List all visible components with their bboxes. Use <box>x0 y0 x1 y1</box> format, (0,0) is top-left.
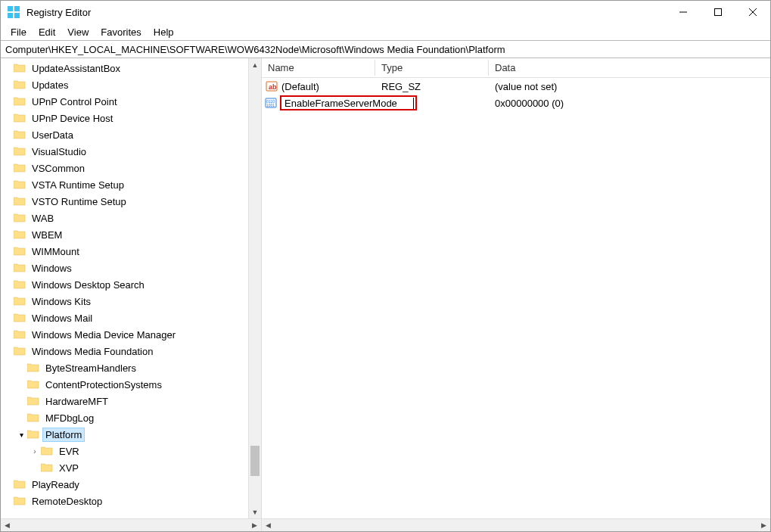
tree-item-label: HardwareMFT <box>43 395 110 408</box>
tree-item[interactable]: Updates <box>1 76 261 93</box>
tree-item-label: UpdateAssistantBox <box>30 62 123 75</box>
tree-item[interactable]: ▾Platform <box>1 426 261 443</box>
value-name-edit[interactable] <box>280 95 417 110</box>
tree-item[interactable]: Windows <box>1 260 261 276</box>
menubar: File Edit View Favorites Help <box>1 23 770 40</box>
string-value-icon: ab <box>265 79 278 93</box>
svg-rect-5 <box>715 9 722 16</box>
menu-favorites[interactable]: Favorites <box>95 26 146 39</box>
col-type[interactable]: Type <box>375 60 489 76</box>
value-rows: ab (Default) REG_SZ (value not set) 0110… <box>262 78 770 518</box>
address-text: Computer\HKEY_LOCAL_MACHINE\SOFTWARE\WOW… <box>5 44 505 55</box>
tree-item[interactable]: UserData <box>1 126 261 143</box>
folder-icon <box>13 179 26 190</box>
tree-item[interactable]: VisualStudio <box>1 143 261 160</box>
tree-item[interactable]: VSTA Runtime Setup <box>1 176 261 193</box>
folder-icon <box>13 263 26 273</box>
menu-help[interactable]: Help <box>148 26 179 39</box>
scroll-thumb[interactable] <box>250 446 260 476</box>
expander-icon[interactable]: ▾ <box>16 431 26 439</box>
folder-icon <box>26 396 40 406</box>
tree-item[interactable]: VSTO Runtime Setup <box>1 193 261 210</box>
tree-item-label: Windows Kits <box>30 295 93 308</box>
value-list-pane: Name Type Data ab (Default) REG_SZ (valu… <box>262 58 770 531</box>
tree-item[interactable]: WAB <box>1 210 261 226</box>
tree-item[interactable]: PlayReady <box>1 476 261 493</box>
menu-view[interactable]: View <box>62 26 94 39</box>
svg-rect-3 <box>14 13 20 18</box>
scroll-right-icon[interactable]: ▶ <box>757 519 770 531</box>
tree-item-label: PlayReady <box>30 478 82 491</box>
folder-icon <box>13 146 26 157</box>
tree-item-label: WIMMount <box>30 245 82 258</box>
tree-item-label: Windows Desktop Search <box>30 278 147 291</box>
tree-item[interactable]: Windows Media Foundation <box>1 343 261 359</box>
folder-icon <box>13 346 26 356</box>
folder-icon <box>13 79 26 90</box>
col-name[interactable]: Name <box>262 60 375 76</box>
col-data[interactable]: Data <box>489 60 770 76</box>
tree-vertical-scrollbar[interactable]: ▲ ▼ <box>248 58 261 518</box>
tree-item[interactable]: Windows Kits <box>1 293 261 310</box>
minimize-button[interactable] <box>666 1 701 23</box>
tree-item-label: ContentProtectionSystems <box>43 378 164 391</box>
scroll-down-icon[interactable]: ▼ <box>249 506 261 518</box>
value-name-input[interactable] <box>283 97 413 110</box>
folder-icon <box>13 496 26 506</box>
value-row[interactable]: ab (Default) REG_SZ (value not set) <box>262 78 770 95</box>
tree-item[interactable]: XVP <box>1 459 261 476</box>
tree-horizontal-scrollbar[interactable]: ◀ ▶ <box>1 518 261 531</box>
tree-item[interactable]: HardwareMFT <box>1 393 261 409</box>
tree-item[interactable]: Windows Desktop Search <box>1 276 261 293</box>
tree-item[interactable]: ContentProtectionSystems <box>1 376 261 393</box>
expander-icon[interactable]: › <box>30 447 40 456</box>
values-horizontal-scrollbar[interactable]: ◀ ▶ <box>262 518 770 531</box>
tree-item[interactable]: WIMMount <box>1 243 261 260</box>
tree-item[interactable]: ByteStreamHandlers <box>1 359 261 376</box>
tree-item[interactable]: Windows Media Device Manager <box>1 326 261 343</box>
tree-item[interactable]: UPnP Device Host <box>1 110 261 126</box>
tree-item[interactable]: UpdateAssistantBox <box>1 60 261 76</box>
tree-item-label: UPnP Control Point <box>30 95 120 108</box>
svg-text:ab: ab <box>269 83 277 91</box>
tree-item-label: Updates <box>30 79 70 92</box>
tree-item[interactable]: ›EVR <box>1 443 261 459</box>
svg-rect-2 <box>8 13 13 18</box>
scroll-left-icon[interactable]: ◀ <box>262 519 275 531</box>
tree-item-label: UserData <box>30 129 76 142</box>
value-name: (Default) <box>281 81 319 92</box>
tree-item-label: RemoteDesktop <box>30 495 104 508</box>
scroll-up-icon[interactable]: ▲ <box>249 58 261 71</box>
folder-icon <box>26 379 40 390</box>
folder-icon <box>13 313 26 323</box>
address-bar[interactable]: Computer\HKEY_LOCAL_MACHINE\SOFTWARE\WOW… <box>1 40 770 58</box>
window-controls <box>666 1 770 23</box>
app-icon <box>7 5 20 19</box>
tree-item-label: EVR <box>57 445 82 458</box>
svg-text:1001: 1001 <box>266 103 275 107</box>
tree-item[interactable]: MFDbgLog <box>1 409 261 426</box>
tree-item-label: WAB <box>30 212 56 225</box>
tree-item[interactable]: WBEM <box>1 226 261 243</box>
tree-item-label: UPnP Device Host <box>30 112 115 125</box>
content-area: UpdateAssistantBoxUpdatesUPnP Control Po… <box>1 58 770 531</box>
tree-item-label: VSTO Runtime Setup <box>30 195 129 208</box>
folder-icon <box>26 362 40 373</box>
tree-item-label: VSTA Runtime Setup <box>30 179 126 191</box>
tree-item[interactable]: UPnP Control Point <box>1 93 261 110</box>
window-title: Registry Editor <box>26 7 666 18</box>
tree-item[interactable]: Windows Mail <box>1 310 261 326</box>
scroll-right-icon[interactable]: ▶ <box>248 519 261 531</box>
menu-edit[interactable]: Edit <box>33 26 61 39</box>
close-button[interactable] <box>735 1 770 23</box>
tree-item-label: VSCommon <box>30 162 87 175</box>
maximize-button[interactable] <box>701 1 735 23</box>
folder-icon <box>13 196 26 207</box>
folder-icon <box>13 213 26 223</box>
menu-file[interactable]: File <box>5 26 32 39</box>
tree-item[interactable]: VSCommon <box>1 160 261 176</box>
value-row[interactable]: 0110 1001 /ORD 0x00000000 (0) <box>262 95 770 111</box>
tree-item-label: VisualStudio <box>30 145 89 158</box>
tree-item[interactable]: RemoteDesktop <box>1 493 261 509</box>
scroll-left-icon[interactable]: ◀ <box>1 519 14 531</box>
